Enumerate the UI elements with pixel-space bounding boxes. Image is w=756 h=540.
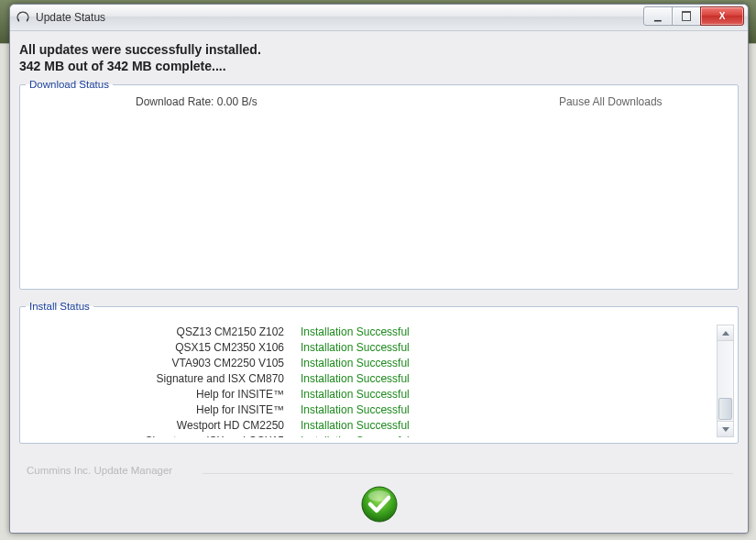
footer: Cummins Inc. Update Manager <box>19 465 739 527</box>
install-item-name: VTA903 CM2250 V105 <box>26 356 301 371</box>
minimize-icon: ▁ <box>654 12 662 21</box>
install-item-status: Installation Successful <box>301 434 714 437</box>
install-item-status: Installation Successful <box>301 371 714 387</box>
chevron-up-icon <box>722 331 729 336</box>
list-item: Help for INSITE™ Installation Successful <box>26 402 714 418</box>
install-item-status: Installation Successful <box>301 356 714 371</box>
window-title: Update Status <box>36 11 105 24</box>
install-item-name: Help for INSITE™ <box>26 402 301 418</box>
install-scrollbar[interactable] <box>717 325 734 437</box>
success-heading: All updates were successfully installed. <box>19 42 739 57</box>
app-icon <box>16 10 30 25</box>
client-area: All updates were successfully installed.… <box>10 31 748 460</box>
progress-text: 342 MB out of 342 MB complete.... <box>19 59 739 73</box>
scroll-up-button[interactable] <box>718 325 733 341</box>
install-item-name: Help for INSITE™ <box>26 387 301 402</box>
list-item: QSZ13 CM2150 Z102 Installation Successfu… <box>26 325 714 340</box>
install-item-name: QSX15 CM2350 X106 <box>26 340 301 356</box>
list-item: VTA903 CM2250 V105 Installation Successf… <box>26 356 714 371</box>
install-status-legend: Install Status <box>26 301 93 312</box>
titlebar[interactable]: Update Status ▁ X <box>10 5 748 31</box>
list-item: QSX15 CM2350 X106 Installation Successfu… <box>26 340 714 356</box>
install-item-name: Signature™ ISX and QSX15 <box>26 434 301 437</box>
list-item: Signature and ISX CM870 Installation Suc… <box>26 371 714 387</box>
close-button[interactable]: X <box>700 6 744 26</box>
pause-all-downloads-link[interactable]: Pause All Downloads <box>489 95 733 108</box>
download-row: Download Rate: 0.00 B/s Pause All Downlo… <box>26 95 732 108</box>
footer-divider <box>203 473 733 474</box>
scroll-down-button[interactable] <box>718 421 733 436</box>
list-item: Help for INSITE™ Installation Successful <box>26 387 714 402</box>
maximize-button[interactable] <box>672 6 701 26</box>
success-check-icon <box>360 485 399 523</box>
window-controls: ▁ X <box>644 6 744 26</box>
chevron-down-icon <box>722 427 729 432</box>
download-status-group: Download Status Download Rate: 0.00 B/s … <box>19 79 739 290</box>
install-item-status: Installation Successful <box>301 325 714 340</box>
minimize-button[interactable]: ▁ <box>643 6 673 26</box>
scrollbar-thumb[interactable] <box>718 398 732 420</box>
download-status-legend: Download Status <box>26 79 113 90</box>
install-item-status: Installation Successful <box>301 402 714 418</box>
update-status-window: Update Status ▁ X All updates were succe… <box>9 4 749 534</box>
vendor-label: Cummins Inc. Update Manager <box>27 465 172 476</box>
install-status-group: Install Status QSZ13 CM2150 Z102 Install… <box>19 301 739 444</box>
download-rate-label: Download Rate: 0.00 B/s <box>26 95 489 108</box>
install-item-status: Installation Successful <box>301 340 714 356</box>
install-item-status: Installation Successful <box>301 418 714 434</box>
install-item-name: QSZ13 CM2150 Z102 <box>26 325 301 340</box>
maximize-icon <box>682 11 691 21</box>
list-item: Westport HD CM2250 Installation Successf… <box>26 418 714 434</box>
install-list: QSZ13 CM2150 Z102 Installation Successfu… <box>26 325 714 437</box>
install-item-name: Westport HD CM2250 <box>26 418 301 434</box>
close-icon: X <box>719 12 726 21</box>
list-item: Signature™ ISX and QSX15 Installation Su… <box>26 434 714 437</box>
install-item-name: Signature and ISX CM870 <box>26 371 301 387</box>
install-item-status: Installation Successful <box>301 387 714 402</box>
